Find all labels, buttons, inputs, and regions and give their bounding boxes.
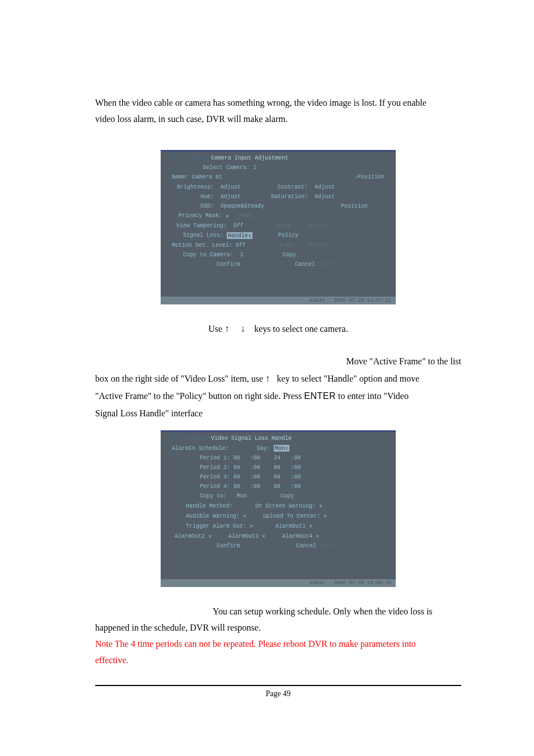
intro-line-1: When the video cable or camera has somet… (95, 95, 461, 111)
period-h1: 00 (233, 455, 240, 461)
alarmout3-label: AlarmOut3 (228, 533, 259, 539)
motion-value: Off (236, 242, 246, 248)
status-time: 2005-07-26 14:07:21 (329, 298, 396, 303)
dvr2-title: Video Signal Loss Handle (211, 435, 292, 442)
step2-line2b: key to select "Handle" option and move (277, 374, 420, 383)
day-label: Day: (257, 445, 270, 452)
dvr1-date: 07-26-2005 (172, 155, 211, 161)
period-h2: 24 (274, 455, 280, 461)
footer-rule (95, 685, 461, 686)
step1-prefix: Use (208, 324, 224, 334)
period-label: Period 1: (200, 455, 230, 461)
status-bar: admin 2005-07-26 14:08:20 (161, 579, 396, 587)
view-tampering-label: View Tampering: (172, 223, 227, 229)
x-icon[interactable]: ✕ (309, 523, 312, 529)
x-icon[interactable]: ✕ (319, 503, 322, 509)
alarmout2-label: AlarmOut2 (175, 533, 205, 539)
step1-suffix: keys to select one camera. (254, 324, 348, 334)
step2-lead: Move "Active Frame" to the list (95, 353, 461, 370)
upload-center-label: Upload To Center: (263, 513, 320, 519)
period-h2: 00 (274, 483, 280, 490)
period-m1: 00 (254, 464, 260, 471)
period-m2: 00 (294, 483, 301, 490)
step3-lead: You can setup working schedule. Only whe… (95, 604, 461, 620)
x-icon[interactable]: ✕ (324, 513, 327, 519)
step-select-camera: Use ↑ ↓ keys to select one camera. (95, 321, 461, 336)
period-m1: 00 (254, 455, 260, 461)
handle-method-label: Handle Method: (186, 503, 233, 509)
step3-line2: happened in the schedule, DVR will respo… (95, 620, 461, 636)
period-label: Period 4: (200, 483, 230, 490)
motion-area: Area (279, 242, 293, 248)
enter-key-label: ENTER (304, 391, 336, 401)
osd-position: Position (341, 203, 368, 209)
x-icon[interactable]: ✕ (250, 523, 253, 529)
saturation-label: Saturation: (268, 194, 308, 200)
period-h1: 00 (233, 464, 240, 471)
vt-policy: Policy (306, 223, 326, 229)
dvr2-date: 07-26-2005 (172, 435, 211, 442)
cancel-button[interactable]: Cancel (296, 543, 316, 549)
position-label: Position (358, 174, 385, 180)
view-tampering-value: Off (233, 223, 243, 229)
alarmin-schedule-label: AlarmIn Schedule: (172, 445, 229, 452)
x-icon[interactable]: ✕ (262, 533, 265, 539)
day-value[interactable]: Mon⇕ (274, 445, 289, 452)
status-time: 2005-07-26 14:08:20 (329, 580, 396, 586)
osd-label: OSD: (172, 203, 214, 209)
period-m1: 00 (254, 474, 260, 480)
arrow-up-icon: ↑ (265, 373, 270, 384)
contrast-label: Contrast: (268, 184, 308, 190)
alarmout4-label: AlarmOut4 (282, 533, 312, 539)
step-handle-paragraph: Move "Active Frame" to the list box on t… (95, 353, 461, 422)
note-line1: Note The 4 time periods can not be repea… (95, 636, 461, 652)
period-h2: 00 (274, 474, 280, 480)
name-value: Camera 01 (192, 174, 222, 180)
step2-line2a: box on the right side of "Video Loss" it… (95, 374, 265, 383)
dvr-screenshot-camera-adjustment: 07-26-2005 Camera Input Adjustment Selec… (161, 150, 396, 304)
vt-area: Area (277, 223, 291, 229)
x-icon[interactable]: ✕ (243, 513, 246, 519)
period-h1: 00 (233, 474, 240, 480)
dvr1-title: Camera Input Adjustment (211, 155, 288, 161)
note-line2: effective. (95, 652, 461, 669)
confirm-button[interactable]: Confirm (217, 543, 240, 549)
arrow-down-icon: ↓ (241, 323, 246, 334)
period-m2: 00 (294, 474, 301, 480)
osd-value: Opaque&Steady (221, 203, 264, 209)
intro-line-2: video loss alarm, in such case, DVR will… (95, 111, 461, 128)
copy-to-value: 1 (240, 252, 243, 258)
saturation-value: Adjust (315, 194, 335, 200)
note-paragraph: Note The 4 time periods can not be repea… (95, 636, 461, 669)
copy-to-label: Copy to Camera: (172, 252, 233, 258)
x-icon[interactable]: ✕ (208, 533, 212, 539)
dvr-screenshot-signal-loss-handle: 07-26-2005 Video Signal Loss Handle Alar… (161, 430, 396, 587)
privacy-mask-label: Privacy Mask: (172, 213, 222, 219)
brightness-label: Brightness: (172, 184, 214, 190)
hue-label: Hue: (172, 194, 214, 200)
confirm-button[interactable]: Confirm (217, 261, 240, 267)
period-label: Period 3: (200, 474, 230, 480)
copy-button[interactable]: Copy (283, 252, 296, 258)
period-h2: 00 (274, 464, 280, 471)
status-user: admin (305, 298, 329, 303)
signal-loss-policy: Policy (278, 232, 298, 238)
audible-warning-label: Audible Warning: (186, 513, 240, 519)
cancel-button[interactable]: Cancel (295, 261, 315, 267)
onscreen-warning-label: On Screen Warning: (255, 503, 316, 509)
watermark: Camera 01 (316, 543, 346, 549)
x-icon[interactable]: ✕ (316, 533, 319, 539)
trigger-alarm-label: Trigger Alarm Out: (186, 523, 246, 529)
page-number: Page 49 (95, 689, 461, 698)
period-m2: 00 (294, 455, 301, 461)
contrast-value: Adjust (315, 184, 335, 190)
signal-loss-value[interactable]: Handle⇕ (227, 232, 252, 239)
period-h1: 00 (233, 483, 240, 490)
step2-line4: Signal Loss Handle" interface (95, 405, 461, 422)
copy-button[interactable]: Copy (280, 493, 294, 499)
motion-label: Motion Det. Level: (172, 242, 232, 248)
step2-line3b: to enter into "Video (338, 391, 409, 401)
privacy-area: Area (239, 213, 252, 219)
status-user: admin (305, 580, 329, 586)
select-camera-label: Select Camera: 1 (203, 165, 256, 171)
